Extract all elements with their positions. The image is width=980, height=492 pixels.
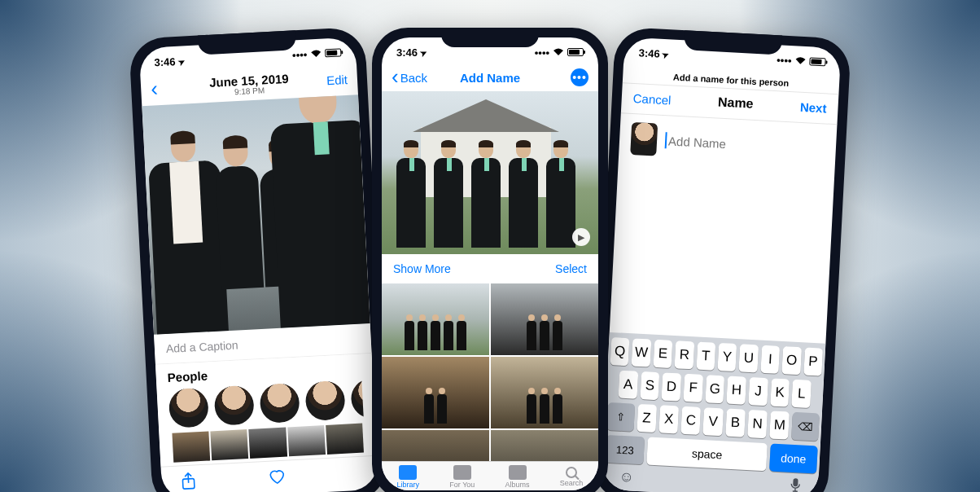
letter-key[interactable]: J	[748, 377, 768, 406]
notch	[441, 28, 539, 47]
signal-icon: ••••	[777, 54, 792, 67]
add-name-title[interactable]: Add Name	[432, 71, 548, 85]
nav-bar: Back Add Name •••	[382, 65, 598, 91]
edit-button[interactable]: Edit	[307, 72, 348, 89]
signal-icon: ••••	[292, 48, 308, 61]
signal-icon: ••••	[535, 46, 549, 59]
person-face[interactable]	[350, 380, 363, 420]
letter-key[interactable]: R	[675, 340, 694, 369]
letter-key[interactable]: X	[658, 405, 679, 433]
cancel-button[interactable]: Cancel	[632, 91, 672, 107]
letter-key[interactable]: P	[803, 348, 823, 376]
letter-key[interactable]: L	[792, 380, 812, 408]
grid-photo[interactable]	[491, 430, 598, 461]
svg-rect-1	[793, 478, 798, 486]
person-face[interactable]	[304, 380, 345, 421]
show-more-button[interactable]: Show More	[393, 262, 451, 275]
keyboard: QWERTYUIOP ASDFGHJKL ⇧ ZXCVBNM ⌫ 123 spa…	[602, 332, 826, 492]
person-face[interactable]	[168, 388, 209, 428]
grid-photo[interactable]	[491, 283, 598, 355]
play-icon[interactable]: ▶	[572, 228, 590, 246]
done-key[interactable]: done	[769, 443, 818, 473]
share-icon[interactable]	[181, 472, 196, 492]
favorite-icon[interactable]	[268, 468, 287, 490]
status-time: 3:46	[154, 55, 185, 68]
letter-key[interactable]: T	[696, 342, 715, 371]
select-button[interactable]: Select	[555, 262, 587, 275]
letter-key[interactable]: D	[662, 372, 681, 401]
person-face[interactable]	[259, 383, 300, 424]
battery-icon	[809, 57, 825, 66]
phone-photo-detail: 3:46 •••• June 15, 2019 9:18 PM Edit Add…	[129, 27, 389, 492]
emoji-key[interactable]: ☺	[619, 468, 635, 488]
numbers-key[interactable]: 123	[605, 435, 645, 464]
more-button[interactable]: •••	[548, 68, 588, 86]
status-time: 3:46	[638, 46, 669, 60]
back-button[interactable]	[151, 81, 192, 97]
letter-key[interactable]: V	[703, 407, 724, 436]
letter-key[interactable]: U	[739, 344, 759, 372]
letter-key[interactable]: B	[725, 409, 746, 437]
tab-bar: Library For You Albums Search	[382, 461, 598, 490]
grid-photo[interactable]	[382, 430, 489, 461]
next-button[interactable]: Next	[800, 99, 827, 115]
wifi-icon	[310, 50, 322, 59]
letter-key[interactable]: M	[769, 411, 790, 439]
person-face[interactable]	[214, 385, 255, 426]
letter-key[interactable]: N	[747, 410, 768, 438]
avatar	[630, 122, 658, 156]
wifi-icon	[794, 56, 807, 65]
status-time: 3:46	[396, 46, 427, 59]
wifi-icon	[553, 48, 564, 56]
letter-key[interactable]: C	[680, 406, 701, 435]
letter-key[interactable]: Y	[717, 343, 737, 371]
battery-icon	[567, 48, 584, 56]
letter-key[interactable]: K	[770, 378, 790, 406]
keyboard-row: ⇧ ZXCVBNM ⌫	[606, 402, 819, 441]
letter-key[interactable]: I	[760, 345, 780, 374]
keyboard-row: ASDFGHJKL	[609, 370, 821, 409]
grid-photo[interactable]	[491, 357, 598, 428]
letter-key[interactable]: F	[683, 374, 702, 402]
letter-key[interactable]: Z	[637, 404, 657, 433]
tab-search[interactable]: Search	[560, 467, 584, 487]
tab-for-you[interactable]: For You	[449, 465, 475, 489]
photo-grid	[382, 283, 598, 461]
tab-library[interactable]: Library	[397, 465, 420, 489]
photo-main[interactable]	[142, 94, 370, 335]
back-button[interactable]: Back	[392, 71, 432, 85]
name-title: Name	[718, 95, 754, 112]
letter-key[interactable]: E	[653, 340, 672, 368]
name-input[interactable]	[665, 132, 825, 156]
tab-albums[interactable]: Albums	[505, 465, 530, 489]
shift-key[interactable]: ⇧	[606, 402, 634, 432]
grid-photo[interactable]	[382, 283, 489, 355]
letter-key[interactable]: O	[782, 346, 802, 375]
dictation-key[interactable]	[790, 477, 802, 492]
letter-key[interactable]: W	[632, 338, 651, 367]
letter-key[interactable]: Q	[610, 337, 630, 366]
letter-key[interactable]: A	[619, 371, 638, 399]
letter-key[interactable]: G	[705, 375, 724, 403]
grid-photo[interactable]	[382, 357, 489, 428]
letter-key[interactable]: H	[727, 376, 746, 405]
battery-icon	[325, 48, 341, 57]
backspace-key[interactable]: ⌫	[792, 412, 820, 441]
hero-photo[interactable]: ▶	[382, 91, 598, 254]
phone-name-entry: 3:46 •••• Add a name for this person Can…	[591, 27, 851, 492]
phone-person-album: 3:46 •••• Back Add Name ••• ▶ Show More	[372, 28, 608, 492]
letter-key[interactable]: S	[640, 371, 659, 400]
keyboard-row: QWERTYUIOP	[610, 337, 823, 376]
